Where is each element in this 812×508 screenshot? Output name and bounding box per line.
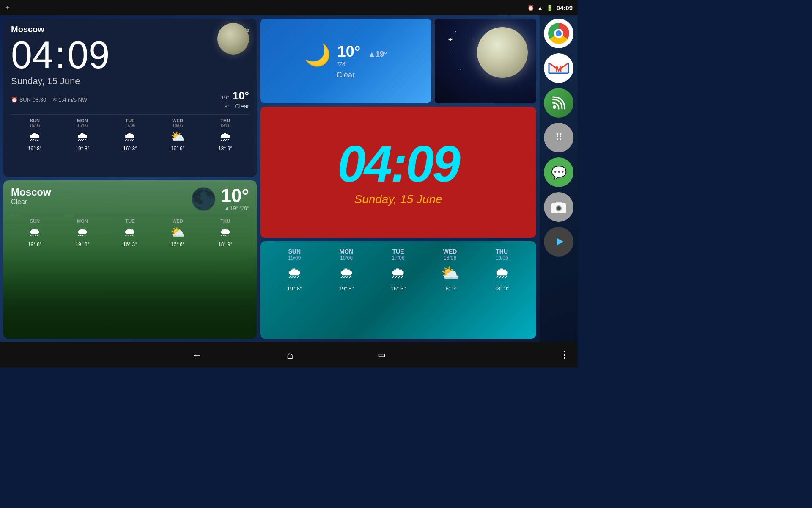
- tf0-temps: 19° 8°: [269, 285, 321, 292]
- play-svg: [551, 234, 567, 250]
- battery-icon: 🔋: [546, 5, 553, 11]
- tf4-date: 19/06: [476, 255, 528, 261]
- fd3-icon: ⛅: [154, 130, 202, 144]
- blue-condition: Clear: [337, 71, 355, 80]
- tf2-date: 17/06: [372, 255, 424, 261]
- tf1-name: MON: [321, 248, 373, 255]
- tf0-icon: 🌧: [269, 264, 321, 282]
- blue-temp: 10°: [337, 43, 360, 60]
- moon-blue-icon: 🌙: [304, 43, 331, 67]
- photo-forecast-row: SUN 🌧 19° 8° MON 🌧 19° 8° TUE 🌧 16° 3°: [11, 215, 249, 247]
- pf-day-0: SUN 🌧 19° 8°: [11, 218, 59, 247]
- fd0-temps: 19° 8°: [11, 146, 59, 152]
- photo-temp-high: ▲19°: [224, 205, 238, 211]
- gmail-svg: M: [548, 60, 569, 77]
- forecast-day-2: TUE 17/06 🌧 16° 3°: [106, 118, 154, 152]
- rss-app-icon[interactable]: [544, 88, 573, 118]
- fd0-name: SUN: [11, 118, 59, 123]
- fd3-temps: 16° 6°: [154, 146, 202, 152]
- pf2-icon: 🌧: [106, 225, 154, 240]
- tf-day-2: TUE 17/06 🌧 16° 3°: [372, 248, 424, 292]
- fd1-icon: 🌧: [59, 130, 107, 144]
- blue-temp-low: ▽8°: [337, 61, 387, 67]
- wind-icon: ❄: [52, 97, 57, 103]
- fd0-date: 15/06: [11, 123, 59, 128]
- moon-dark-widget: [217, 23, 249, 55]
- red-clock-widget: 04:09 Sunday, 15 June: [260, 107, 536, 238]
- fd0-icon: 🌧: [11, 130, 59, 144]
- alarm-status-icon: ⏰: [527, 5, 534, 11]
- fd1-date: 16/06: [59, 123, 107, 128]
- pf-day-1: MON 🌧 19° 8°: [59, 218, 107, 247]
- red-clock-display: 04:09: [337, 138, 459, 189]
- photo-city: Moscow: [11, 186, 51, 198]
- tf3-icon: ⛅: [424, 264, 476, 282]
- pf-day-4: THU 🌧 18° 9°: [201, 218, 249, 247]
- photo-widget-content: Moscow Clear 🌑 10° ▲19° ▽8°: [11, 186, 249, 247]
- forecast-day-3: WED 18/06 ⛅ 16° 6°: [154, 118, 202, 152]
- tf2-icon: 🌧: [372, 264, 424, 282]
- status-time: 04:09: [557, 4, 573, 11]
- photo-condition: Clear: [11, 198, 51, 206]
- dark-temp-current: 10°: [233, 89, 249, 102]
- pf2-name: TUE: [106, 218, 154, 224]
- app-drawer-icon[interactable]: ⠿: [544, 123, 573, 152]
- fd2-temps: 16° 3°: [106, 146, 154, 152]
- back-button[interactable]: ←: [192, 349, 202, 361]
- photo-temp-range: ▲19° ▽8°: [221, 205, 249, 211]
- alarm-wind-info: ⏰ SUN 08:30 ❄ 1.4 m/s NW: [11, 97, 87, 103]
- camera-app-icon[interactable]: [544, 192, 573, 222]
- dark-clock-minutes: 09: [67, 36, 110, 74]
- pf2-temps: 16° 3°: [106, 241, 154, 247]
- fd2-icon: 🌧: [106, 130, 154, 144]
- chrome-app-icon[interactable]: [544, 19, 573, 48]
- status-bar: ✦ ⏰ ▲ 🔋 04:09: [0, 0, 578, 15]
- dark-temp-high: 19°: [221, 94, 229, 101]
- photo-city-col: Moscow Clear: [11, 186, 51, 206]
- fd3-date: 18/06: [154, 123, 202, 128]
- wind-value: 1.4 m/s NW: [58, 97, 87, 103]
- tf0-date: 15/06: [269, 255, 321, 261]
- hangouts-icon: 💬: [551, 165, 567, 180]
- gmail-app-icon[interactable]: M: [544, 53, 573, 83]
- left-panel: Moscow 🔋 80% 04 : 09 Sunday, 15 June ⏰ S…: [0, 15, 260, 342]
- wifi-icon: ▲: [538, 5, 543, 11]
- fd4-icon: 🌧: [201, 130, 249, 144]
- pf4-temps: 18° 9°: [201, 241, 249, 247]
- photo-temp-current: 10°: [221, 185, 249, 206]
- tf-day-0: SUN 15/06 🌧 19° 8°: [269, 248, 321, 292]
- more-options-icon[interactable]: ⋮: [560, 349, 569, 360]
- tf1-date: 16/06: [321, 255, 373, 261]
- pf1-temps: 19° 8°: [59, 241, 107, 247]
- pf3-name: WED: [154, 218, 202, 224]
- fd3-name: WED: [154, 118, 202, 123]
- pf1-name: MON: [59, 218, 107, 224]
- pf4-icon: 🌧: [201, 225, 249, 240]
- blue-main-temp: 10° ▲19°: [337, 43, 387, 61]
- tf1-temps: 19° 8°: [321, 285, 373, 292]
- pf0-name: SUN: [11, 218, 59, 224]
- teal-forecast-widget: SUN 15/06 🌧 19° 8° MON 16/06 🌧 19° 8° TU…: [260, 241, 536, 339]
- tf3-name: WED: [424, 248, 476, 255]
- tf4-temps: 18° 9°: [476, 285, 528, 292]
- tf3-temps: 16° 6°: [424, 285, 476, 292]
- tf-day-4: THU 19/06 🌧 18° 9°: [476, 248, 528, 292]
- dark-temp-low: 8°: [225, 104, 229, 110]
- recents-button[interactable]: ▭: [378, 350, 386, 360]
- svg-rect-8: [556, 202, 562, 204]
- hangouts-app-icon[interactable]: 💬: [544, 157, 573, 187]
- forecast-day-0: SUN 15/06 🌧 19° 8°: [11, 118, 59, 152]
- nav-bar: ← ⌂ ▭ ⋮: [0, 342, 578, 367]
- tf-day-1: MON 16/06 🌧 19° 8°: [321, 248, 373, 292]
- pf1-icon: 🌧: [59, 225, 107, 240]
- main-content: Moscow 🔋 80% 04 : 09 Sunday, 15 June ⏰ S…: [0, 15, 578, 342]
- tf-day-3: WED 18/06 ⛅ 16° 6°: [424, 248, 476, 292]
- home-button[interactable]: ⌂: [287, 348, 294, 362]
- pf-day-2: TUE 🌧 16° 3°: [106, 218, 154, 247]
- photo-header: Moscow Clear 🌑 10° ▲19° ▽8°: [11, 186, 249, 211]
- play-button-icon[interactable]: [544, 227, 573, 257]
- sparkle-icon: ✦: [447, 36, 453, 44]
- forecast-day-4: THU 19/06 🌧 18° 9°: [201, 118, 249, 152]
- right-panel: 🌙 10° ▲19° ▽8° Clear: [260, 15, 540, 342]
- fd1-temps: 19° 8°: [59, 146, 107, 152]
